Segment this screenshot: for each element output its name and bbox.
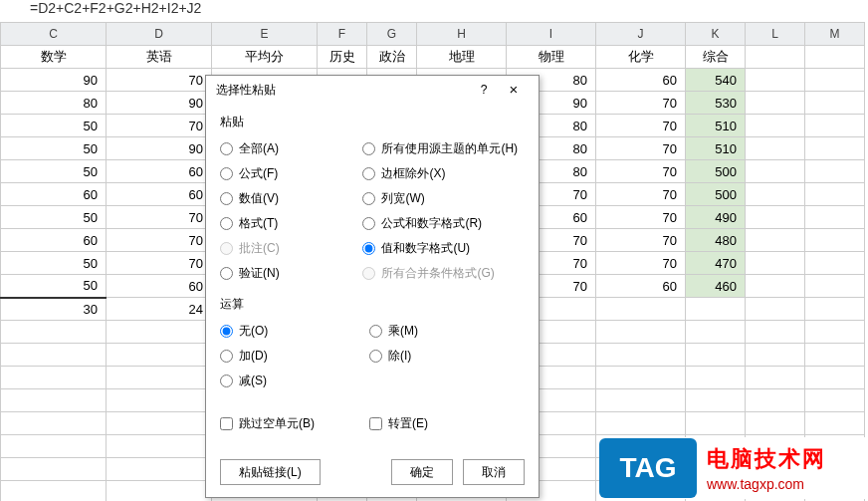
cell-empty[interactable] <box>107 389 212 412</box>
cell-L-5[interactable] <box>746 137 805 160</box>
cell-empty[interactable] <box>1 412 107 435</box>
cell-empty[interactable] <box>596 321 686 344</box>
cell-M-4[interactable] <box>805 115 865 137</box>
cell-empty[interactable] <box>1 367 107 389</box>
cell-D-9[interactable]: 70 <box>107 229 212 252</box>
cell-M-6[interactable] <box>805 160 865 183</box>
cell-C-3[interactable]: 80 <box>1 92 107 115</box>
cell-J-12[interactable] <box>596 298 686 321</box>
cell-empty[interactable] <box>686 367 746 389</box>
cell-L-10[interactable] <box>746 252 805 275</box>
cell-empty[interactable] <box>1 435 107 458</box>
cell-C-12[interactable]: 30 <box>1 298 107 321</box>
cell-empty[interactable] <box>746 412 805 435</box>
cell-L-4[interactable] <box>746 115 805 137</box>
col-header-M[interactable]: M <box>805 23 865 46</box>
cell-C-4[interactable]: 50 <box>1 115 107 137</box>
cell-K-2[interactable]: 540 <box>686 69 746 92</box>
cell-L-12[interactable] <box>746 298 805 321</box>
cell-M-2[interactable] <box>805 69 865 92</box>
cell-K-5[interactable]: 510 <box>686 137 746 160</box>
radio-mul[interactable]: 乘(M) <box>369 319 519 344</box>
radio-all[interactable]: 全部(A) <box>220 136 362 161</box>
cell-M-11[interactable] <box>805 275 865 298</box>
cell-D-5[interactable]: 90 <box>107 137 212 160</box>
cell-empty[interactable] <box>686 344 746 367</box>
cell-empty[interactable] <box>596 344 686 367</box>
cell-empty[interactable] <box>805 412 865 435</box>
cell-C-8[interactable]: 50 <box>1 206 107 229</box>
cell-empty[interactable] <box>805 367 865 389</box>
col-header-F[interactable]: F <box>318 23 367 46</box>
cell-L-8[interactable] <box>746 206 805 229</box>
cell-M-10[interactable] <box>805 252 865 275</box>
cell-empty[interactable] <box>746 321 805 344</box>
cell-J-5[interactable]: 70 <box>596 137 686 160</box>
cell-J-2[interactable]: 60 <box>596 69 686 92</box>
cell-L-3[interactable] <box>746 92 805 115</box>
transpose-checkbox[interactable]: 转置(E) <box>369 411 519 436</box>
col-header-E[interactable]: E <box>212 23 318 46</box>
cell-C-6[interactable]: 50 <box>1 160 107 183</box>
radio-sub[interactable]: 减(S) <box>220 369 369 393</box>
cell-J-6[interactable]: 70 <box>596 160 686 183</box>
cell-K-11[interactable]: 460 <box>686 275 746 298</box>
cell-K-12[interactable] <box>686 298 746 321</box>
cell-K-8[interactable]: 490 <box>686 206 746 229</box>
cell-K-9[interactable]: 480 <box>686 229 746 252</box>
cell-C-2[interactable]: 90 <box>1 69 107 92</box>
cell-D-3[interactable]: 90 <box>107 92 212 115</box>
cell-J-3[interactable]: 70 <box>596 92 686 115</box>
col-header-K[interactable]: K <box>686 23 746 46</box>
cell-D-2[interactable]: 70 <box>107 69 212 92</box>
radio-validate[interactable]: 验证(N) <box>220 261 362 286</box>
cancel-button[interactable]: 取消 <box>463 459 525 485</box>
cell-D-12[interactable]: 24 <box>107 298 212 321</box>
cell-C-5[interactable]: 50 <box>1 137 107 160</box>
cell-empty[interactable] <box>1 321 107 344</box>
radio-noborder[interactable]: 边框除外(X) <box>362 161 525 186</box>
cell-K-4[interactable]: 510 <box>686 115 746 137</box>
paste-link-button[interactable]: 粘贴链接(L) <box>220 459 321 485</box>
cell-L-2[interactable] <box>746 69 805 92</box>
radio-theme[interactable]: 所有使用源主题的单元(H) <box>362 136 525 161</box>
cell-empty[interactable] <box>686 412 746 435</box>
cell-empty[interactable] <box>1 481 107 502</box>
radio-fmtnum[interactable]: 公式和数字格式(R) <box>362 211 525 236</box>
cell-K-3[interactable]: 530 <box>686 92 746 115</box>
cell-J-7[interactable]: 70 <box>596 183 686 206</box>
cell-J-8[interactable]: 70 <box>596 206 686 229</box>
skip-blank-checkbox[interactable]: 跳过空单元(B) <box>220 411 369 436</box>
cell-empty[interactable] <box>686 321 746 344</box>
cell-C-9[interactable]: 60 <box>1 229 107 252</box>
cell-empty[interactable] <box>746 344 805 367</box>
cell-empty[interactable] <box>1 389 107 412</box>
radio-format[interactable]: 格式(T) <box>220 211 362 236</box>
radio-value[interactable]: 数值(V) <box>220 186 362 211</box>
col-header-I[interactable]: I <box>507 23 596 46</box>
cell-J-9[interactable]: 70 <box>596 229 686 252</box>
cell-J-10[interactable]: 70 <box>596 252 686 275</box>
cell-D-10[interactable]: 70 <box>107 252 212 275</box>
cell-C-10[interactable]: 50 <box>1 252 107 275</box>
radio-none[interactable]: 无(O) <box>220 319 369 344</box>
cell-K-10[interactable]: 470 <box>686 252 746 275</box>
cell-L-7[interactable] <box>746 183 805 206</box>
cell-J-4[interactable]: 70 <box>596 115 686 137</box>
cell-empty[interactable] <box>107 435 212 458</box>
cell-empty[interactable] <box>686 389 746 412</box>
cell-empty[interactable] <box>107 481 212 502</box>
cell-D-7[interactable]: 60 <box>107 183 212 206</box>
cell-J-11[interactable]: 60 <box>596 275 686 298</box>
cell-M-7[interactable] <box>805 183 865 206</box>
radio-div[interactable]: 除(I) <box>369 344 519 369</box>
cell-L-9[interactable] <box>746 229 805 252</box>
cell-C-11[interactable]: 50 <box>1 275 107 298</box>
col-header-J[interactable]: J <box>596 23 686 46</box>
radio-valnum[interactable]: 值和数字格式(U) <box>362 236 525 261</box>
cell-M-12[interactable] <box>805 298 865 321</box>
col-header-L[interactable]: L <box>746 23 805 46</box>
cell-empty[interactable] <box>107 367 212 389</box>
cell-empty[interactable] <box>596 367 686 389</box>
cell-empty[interactable] <box>805 321 865 344</box>
